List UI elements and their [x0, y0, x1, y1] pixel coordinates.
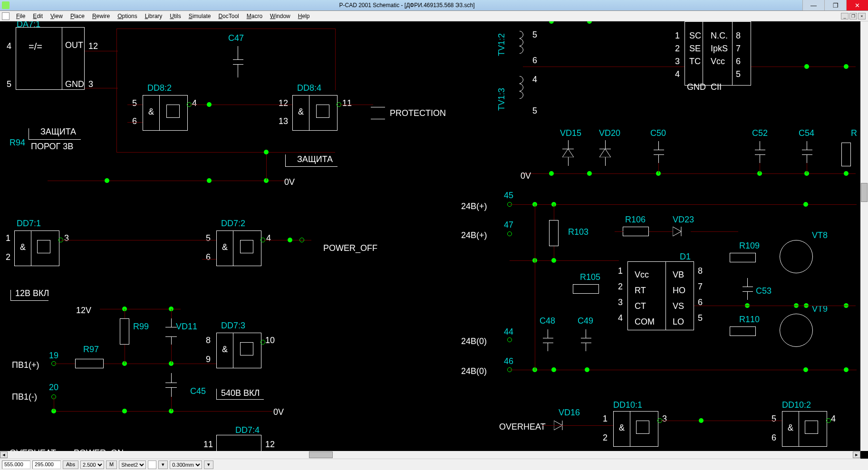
gate-and: &: [148, 107, 154, 117]
vertical-scrollbar[interactable]: [860, 21, 868, 451]
ref-C50: C50: [650, 128, 666, 138]
hscroll-thumb[interactable]: [309, 451, 333, 458]
status-linewidth-select[interactable]: 0.300mm: [170, 460, 202, 469]
pin-4c: 4: [266, 233, 271, 243]
label-d-ct: CT: [635, 301, 646, 311]
label-540v-vkl: 540В ВКЛ: [221, 388, 260, 398]
label-GND: GND: [65, 79, 84, 89]
ref-VD16: VD16: [559, 408, 580, 418]
pin-d4: 4: [618, 313, 623, 323]
close-button[interactable]: ✕: [846, 0, 868, 10]
status-mode-button[interactable]: Abs: [63, 460, 78, 469]
menu-simulate[interactable]: Simulate: [185, 12, 215, 20]
ref-C53: C53: [756, 286, 772, 296]
label-0v-2: 0V: [273, 407, 284, 417]
schematic-canvas[interactable]: DA7:1 =/= OUT GND 4 5 12 3 R94 ЗАЩИТА ПО…: [0, 21, 860, 451]
ref-DD10-2: DD10:2: [782, 400, 811, 410]
ref-R106: R106: [625, 215, 646, 225]
pin-d5: 5: [698, 313, 703, 323]
menu-options[interactable]: Options: [114, 12, 141, 20]
ref-R94: R94: [10, 138, 25, 148]
pin-tv5b: 5: [532, 106, 537, 116]
label-Vcc2: Vcc: [711, 57, 725, 67]
label-12v-vkl: 12В ВКЛ: [15, 288, 49, 298]
status-x[interactable]: 555.000: [2, 460, 30, 469]
pin-46: 46: [504, 356, 513, 366]
pin-12: 12: [88, 41, 98, 51]
hscroll-right-arrow[interactable]: ►: [853, 451, 860, 458]
status-sheet-select[interactable]: Sheet2: [119, 460, 146, 469]
status-grid-select[interactable]: 2.500: [80, 460, 104, 469]
pin-tv5: 5: [532, 30, 537, 40]
pin-ic8: 8: [736, 31, 741, 41]
pin-f4: 4: [831, 414, 836, 424]
menu-edit[interactable]: Edit: [29, 12, 47, 20]
mdi-maximize-button[interactable]: ❐: [849, 13, 857, 19]
label-24B-plus: 24В(+): [461, 201, 487, 211]
pin-f5: 5: [772, 414, 776, 424]
menu-place[interactable]: Place: [67, 12, 88, 20]
vscroll-thumb[interactable]: [861, 183, 868, 202]
menu-macro[interactable]: Macro: [243, 12, 266, 20]
menu-library[interactable]: Library: [141, 12, 166, 20]
ref-C47: C47: [228, 33, 244, 43]
ref-R110: R110: [739, 315, 760, 325]
ref-C54: C54: [799, 128, 814, 138]
maximize-button[interactable]: ❐: [824, 0, 846, 10]
ref-R97: R97: [83, 345, 99, 355]
window-title: P-CAD 2001 Schematic - [ДФРИ.469135.568 …: [11, 2, 802, 9]
pin-12d: 12: [265, 440, 275, 450]
label-zashita2: ЗАЩИТА: [297, 154, 333, 164]
menu-help[interactable]: Help: [294, 12, 314, 20]
mdi-close-button[interactable]: ×: [858, 13, 866, 19]
ref-VD20: VD20: [599, 128, 620, 138]
sym-neq: =/=: [29, 41, 42, 52]
status-dropdown[interactable]: ▾: [158, 460, 168, 469]
menu-file[interactable]: File: [12, 12, 29, 20]
mdi-minimize-button[interactable]: _: [841, 13, 849, 19]
statusbar: 555.000 295.000 Abs 2.500 M Sheet2 ▾ 0.3…: [0, 459, 868, 470]
pin-47: 47: [504, 220, 513, 230]
pin-20: 20: [49, 383, 58, 393]
menubar: File Edit View Place Rewire Options Libr…: [0, 11, 868, 21]
ref-VT8: VT8: [812, 230, 828, 240]
menu-rewire[interactable]: Rewire: [88, 12, 114, 20]
status-y[interactable]: 295.000: [32, 460, 61, 469]
pin-4: 4: [7, 41, 11, 51]
ref-DD10-1: DD10:1: [613, 400, 642, 410]
label-overheat: OVERHEAT: [499, 422, 546, 432]
gate-and7: &: [788, 423, 793, 433]
component-R105: [573, 284, 599, 294]
ref-R103: R103: [568, 227, 588, 237]
horizontal-scrollbar[interactable]: ◄ ►: [0, 451, 860, 459]
component-R103: [549, 220, 559, 246]
ref-VD11: VD11: [176, 322, 197, 332]
pin-e2: 2: [603, 433, 608, 443]
label-OUT: OUT: [65, 40, 83, 50]
pin-11d: 11: [203, 440, 213, 450]
minimize-button[interactable]: —: [802, 0, 824, 10]
label-pv1-minus: ПВ1(-): [12, 392, 37, 402]
status-m-button[interactable]: M: [106, 460, 117, 469]
menu-window[interactable]: Window: [266, 12, 294, 20]
pin-19: 19: [49, 351, 58, 361]
label-d-com: COM: [635, 317, 655, 327]
menu-utils[interactable]: Utils: [166, 12, 184, 20]
label-protection: PROTECTION: [390, 108, 446, 118]
pin-d7: 7: [698, 282, 703, 292]
ref-R105: R105: [580, 272, 600, 282]
svg-marker-0: [562, 149, 574, 157]
menu-doctool[interactable]: DocTool: [214, 12, 242, 20]
label-d-vcc: Vcc: [635, 270, 649, 280]
label-24B-0: 24В(0): [461, 336, 487, 346]
svg-marker-1: [599, 149, 611, 157]
pin-ic2: 2: [675, 44, 680, 54]
pin-11b: 11: [342, 98, 352, 108]
status-color-swatch[interactable]: [148, 460, 156, 469]
pin-6c: 6: [206, 252, 211, 262]
label-GND2: GND: [687, 82, 706, 92]
menu-view[interactable]: View: [47, 12, 67, 20]
hscroll-left-arrow[interactable]: ◄: [0, 451, 8, 458]
gate-and2: &: [298, 107, 304, 117]
status-dropdown2[interactable]: ▾: [204, 460, 213, 469]
